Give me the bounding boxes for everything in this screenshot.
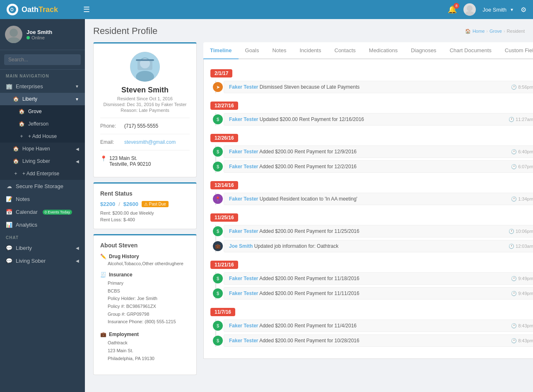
sidebar-item-chat-living-sober[interactable]: 💬 Living Sober ◀ <box>0 254 85 267</box>
sidebar-item-notes[interactable]: 📝 Notes <box>0 193 85 206</box>
svg-rect-11 <box>136 59 154 61</box>
entry-text: Joe Smith Updated job information for: O… <box>229 243 338 249</box>
topnav-username: Joe Smith <box>482 7 506 13</box>
sidebar-item-hope-haven[interactable]: 🏠 Hope Haven ◀ <box>0 143 85 155</box>
svg-point-2 <box>467 5 473 11</box>
notification-badge: 8 <box>453 3 459 9</box>
entry-text: Faker Tester Added $200.00 Rent Payment … <box>229 164 357 169</box>
tab-timeline[interactable]: Timeline <box>203 42 239 59</box>
chat-living-sober-chevron: ◀ <box>76 259 79 263</box>
timeline-item: ➤ Faker Tester Dismissed Steven because … <box>224 81 533 93</box>
sidebar-item-liberty[interactable]: 🏠 Liberty ▼ <box>0 93 85 105</box>
insurance-title: 🧾 Insurance <box>100 272 190 278</box>
profile-phone[interactable]: (717) 555-5555 <box>124 123 158 129</box>
entry-time: 🕐 10:06pm <box>509 229 533 234</box>
topnav: O OathTrack ☰ 🔔 8 Joe Smith ▼ ⚙ <box>0 0 533 19</box>
sidebar-item-calendar[interactable]: 📅 Calendar 0 Events Today <box>0 206 85 218</box>
profile-reason: Reason: Late Payments <box>100 108 190 113</box>
right-panel: Timeline Goals Notes Incidents Contacts … <box>203 42 533 375</box>
entry-text: Faker Tester Added $200.00 Rent Payment … <box>229 149 357 155</box>
sidebar-item-chat-liberty[interactable]: 💬 Liberty ◀ <box>0 242 85 254</box>
notifications-bell[interactable]: 🔔 8 <box>448 5 457 14</box>
chat-liberty-icon: 💬 <box>6 245 12 251</box>
rent-paid: $2200 <box>100 201 115 207</box>
timeline-items-3: $ Faker Tester Added $200.00 Rent Paymen… <box>210 145 533 173</box>
add-house-icon: + <box>18 133 25 139</box>
timeline-entry: Faker Tester Dismissed Steven because of… <box>224 81 533 93</box>
page-header: Resident Profile 🏠 Home › Grove › Reside… <box>93 26 525 36</box>
enterprises-chevron: ▼ <box>75 84 79 89</box>
sidebar: Joe Smith Online MAIN NAVIGATION 🏢 Enter… <box>0 19 85 392</box>
app-logo: O OathTrack <box>7 4 83 15</box>
timeline-item: $ Faker Tester Added $200.00 Rent Paymen… <box>224 145 533 158</box>
timeline-item: $ Faker Tester Added $200.00 Rent Paymen… <box>224 272 533 285</box>
timeline-entry: Faker Tester Added $200.00 Rent Payment … <box>224 160 533 173</box>
tab-notes[interactable]: Notes <box>265 42 293 59</box>
sidebar-item-analytics[interactable]: 📊 Analytics <box>0 218 85 231</box>
date-badge-1: 2/1/17 <box>210 69 232 77</box>
profile-address: 123 Main St. Testville, PA 90210 <box>109 155 151 167</box>
sidebar-item-grove[interactable]: 🏠 Grove <box>0 105 85 118</box>
jefferson-label: Jefferson <box>28 121 48 127</box>
notes-icon: 📝 <box>6 196 12 202</box>
entry-text: Faker Tester Added $200.00 Rent Payment … <box>229 338 359 344</box>
profile-dismissed: Dismissed: Dec 31, 2016 by Faker Tester <box>100 102 190 107</box>
sidebar-item-secure-file[interactable]: ☁ Secure File Storage <box>0 180 85 193</box>
sidebar-item-enterprises[interactable]: 🏢 Enterprises ▼ <box>0 80 85 93</box>
profile-email-field: Email: stevesmith@gmail.com <box>100 138 190 147</box>
breadcrumb-enterprise[interactable]: Grove <box>490 29 502 34</box>
secure-file-label: Secure File Storage <box>16 183 63 189</box>
tab-diagnoses[interactable]: Diagnoses <box>404 42 443 59</box>
timeline-dot-green: $ <box>213 288 223 298</box>
tab-medications[interactable]: Medications <box>362 42 404 59</box>
sidebar-item-jefferson[interactable]: 🏠 Jefferson <box>0 118 85 130</box>
timeline-dot-green: $ <box>213 273 223 283</box>
hope-haven-label: Hope Haven <box>22 146 50 152</box>
breadcrumb-home[interactable]: Home <box>473 29 485 34</box>
timeline-entry: Faker Tester Added $200.00 Rent Payment … <box>224 319 533 332</box>
search-input[interactable] <box>4 54 81 65</box>
timeline-items-7: $ Faker Tester Added $200.00 Rent Paymen… <box>210 319 533 347</box>
sidebar-item-living-sober[interactable]: 🏠 Living Sober ◀ <box>0 155 85 167</box>
entry-text: Faker Tester Updated Resident location t… <box>229 196 357 202</box>
tab-contacts[interactable]: Contacts <box>328 42 362 59</box>
sidebar-item-add-house[interactable]: + + Add House <box>0 130 85 143</box>
date-badge-4: 12/14/16 <box>210 181 238 189</box>
employment-title: 💼 Employment <box>100 332 190 337</box>
living-sober-icon: 🏠 <box>12 158 19 164</box>
living-sober-chevron: ◀ <box>76 159 79 164</box>
hamburger-button[interactable]: ☰ <box>83 5 90 14</box>
enterprises-submenu: 🏠 Liberty ▼ 🏠 Grove 🏠 Jefferson + + Add … <box>0 93 85 180</box>
timeline-entry: Faker Tester Updated Resident location t… <box>224 193 533 205</box>
entry-time: 🕐 8:43pm <box>511 338 533 344</box>
entry-text: Faker Tester Updated $200.00 Rent Paymen… <box>229 116 364 122</box>
drug-history-content: Alcohol,Tobacco,Other otherdrughere <box>100 261 190 266</box>
breadcrumb-icon: 🏠 <box>465 29 471 34</box>
date-badge-7: 11/7/16 <box>210 308 235 316</box>
date-group-4: 12/14/16 📍 Faker Tester Updated Resident… <box>210 178 533 205</box>
drug-history-section: ✏️ Drug History Alcohol,Tobacco,Other ot… <box>100 254 190 266</box>
drug-history-title: ✏️ Drug History <box>100 254 190 259</box>
date-group-5: 11/25/16 $ Faker Tester Added $200.00 Re… <box>210 210 533 252</box>
breadcrumb-current: Resident <box>507 29 525 34</box>
chat-label: Chat <box>0 231 85 242</box>
tab-incidents[interactable]: Incidents <box>293 42 328 59</box>
connect-icon[interactable]: ⚙ <box>521 6 526 14</box>
tab-goals[interactable]: Goals <box>239 42 266 59</box>
entry-time: 🕐 8:56pm <box>511 85 533 90</box>
tab-custom-fields[interactable]: Custom Fields <box>498 42 533 59</box>
tab-chart-documents[interactable]: Chart Documents <box>443 42 498 59</box>
profile-layout: Steven Smith Resident Since Oct 1, 2016 … <box>93 42 525 375</box>
tabs-bar: Timeline Goals Notes Incidents Contacts … <box>203 42 533 59</box>
date-group-1: 2/1/17 ➤ Faker Tester Dismissed Steven b… <box>210 66 533 93</box>
timeline-items-4: 📍 Faker Tester Updated Resident location… <box>210 193 533 205</box>
insurance-detail: Primary BCBS Policy Holder: Joe Smith Po… <box>100 279 190 326</box>
sidebar-item-add-enterprise[interactable]: + + Add Enterprise <box>0 167 85 180</box>
profile-address-field: 📍 123 Main St. Testville, PA 90210 <box>100 154 190 169</box>
date-badge-5: 11/25/16 <box>210 213 238 222</box>
timeline-dot-green: $ <box>213 226 223 236</box>
breadcrumb: 🏠 Home › Grove › Resident <box>465 29 525 34</box>
entry-text: Faker Tester Dismissed Steven because of… <box>229 84 359 90</box>
user-menu[interactable]: Joe Smith ▼ <box>482 7 514 13</box>
profile-card: Steven Smith Resident Since Oct 1, 2016 … <box>93 42 197 177</box>
